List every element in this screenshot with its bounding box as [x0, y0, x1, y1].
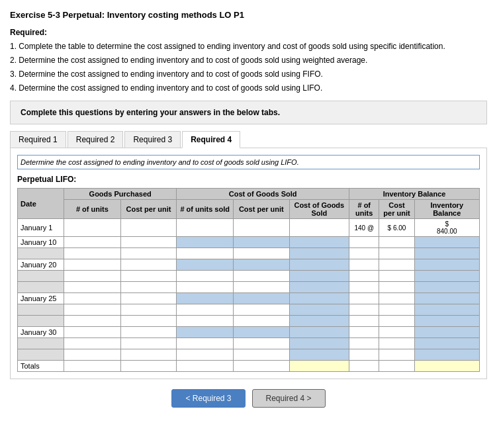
- next-button[interactable]: Required 4 >: [252, 389, 326, 408]
- table-row: January 30: [18, 327, 480, 338]
- col-group-cost-of-goods-sold: Cost of Goods Sold: [177, 189, 349, 200]
- table-row: [18, 338, 480, 349]
- req-2: 2. Determine the cost assigned to ending…: [10, 54, 487, 66]
- table-row: January 1140 @$ 6.00$840.00: [18, 219, 480, 237]
- table-row: [18, 271, 480, 282]
- col-header-inv-balance: Inventory Balance: [414, 200, 480, 219]
- table-row: Totals: [18, 361, 480, 372]
- tab-required2[interactable]: Required 2: [68, 131, 124, 148]
- table-row: [18, 316, 480, 327]
- col-header-date: Date: [18, 189, 64, 219]
- required-label: Required:: [10, 26, 487, 38]
- section-label: Perpetual LIFO:: [17, 175, 480, 184]
- tab-required3[interactable]: Required 3: [124, 131, 181, 148]
- col-header-cogs-units: # of units sold: [177, 200, 234, 219]
- tab-required1[interactable]: Required 1: [10, 131, 66, 148]
- page-title: Exercise 5-3 Perpetual: Inventory costin…: [10, 10, 487, 20]
- requirements-section: Required: 1. Complete the table to deter…: [10, 26, 487, 94]
- tab-description: Determine the cost assigned to ending in…: [17, 155, 480, 169]
- table-row: January 25: [18, 293, 480, 304]
- col-header-gp-units: # of units: [64, 200, 121, 219]
- table-row: [18, 349, 480, 361]
- table-row: January 10: [18, 237, 480, 248]
- table-row: January 20: [18, 259, 480, 271]
- req-3: 3. Determine the cost assigned to ending…: [10, 68, 487, 80]
- tab-content: Determine the cost assigned to ending in…: [10, 148, 487, 379]
- prev-button[interactable]: < Required 3: [171, 389, 245, 408]
- tab-required4[interactable]: Required 4: [182, 131, 240, 148]
- table-row: [18, 304, 480, 316]
- table-row: [18, 248, 480, 259]
- col-group-inventory-balance: Inventory Balance: [349, 189, 480, 200]
- col-header-cogs-cost: Cost per unit: [234, 200, 290, 219]
- complete-box: Complete this questions by entering your…: [10, 101, 487, 124]
- col-group-goods-purchased: Goods Purchased: [64, 189, 177, 200]
- inventory-table: Date Goods Purchased Cost of Goods Sold …: [17, 188, 480, 372]
- tabs-container: Required 1 Required 2 Required 3 Require…: [10, 131, 487, 148]
- req-4: 4. Determine the cost assigned to ending…: [10, 82, 487, 94]
- nav-buttons: < Required 3 Required 4 >: [10, 389, 487, 408]
- req-1: 1. Complete the table to determine the c…: [10, 40, 487, 52]
- complete-text: Complete this questions by entering your…: [21, 108, 476, 117]
- table-row: [18, 282, 480, 293]
- col-header-gp-cost: Cost per unit: [120, 200, 177, 219]
- col-header-inv-units: # of units: [349, 200, 379, 219]
- col-header-cogs-total: Cost of Goods Sold: [289, 200, 349, 219]
- col-header-inv-cost: Cost per unit: [379, 200, 414, 219]
